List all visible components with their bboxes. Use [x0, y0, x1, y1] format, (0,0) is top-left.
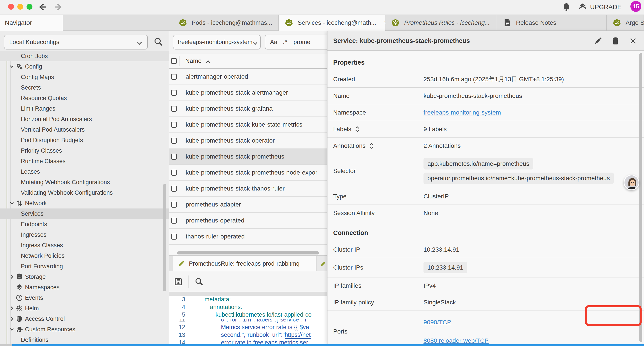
sidebar-item-network-policies[interactable]: Network Policies — [0, 251, 169, 261]
row-checkbox[interactable] — [171, 74, 177, 80]
table-row[interactable]: prometheus-adapter — [169, 197, 327, 213]
sort-updown-icon[interactable] — [355, 126, 360, 132]
edit-pencil-icon[interactable] — [594, 37, 602, 45]
sidebar-item-namespaces[interactable]: Namespaces — [0, 282, 169, 293]
notifications-bell-icon[interactable] — [562, 3, 570, 11]
kubeconfig-select[interactable]: Local Kubeconfigs — [4, 34, 148, 49]
table-row[interactable]: kube-prometheus-stack-prometheus — [169, 149, 327, 165]
table-row[interactable]: kube-prometheus-stack-grafana — [169, 101, 327, 117]
sidebar-item-storage[interactable]: Storage — [0, 272, 169, 282]
forward-arrow-icon[interactable] — [54, 3, 63, 11]
table-row[interactable]: kube-prometheus-stack-alertmanager — [169, 85, 327, 101]
chevron-down-icon[interactable] — [9, 64, 14, 69]
code-link[interactable]: https://net — [285, 332, 311, 339]
sidebar-item-priority-classes[interactable]: Priority Classes — [0, 145, 169, 156]
sidebar-item-custom-resources[interactable]: Custom Resources — [0, 324, 169, 335]
tab-pods-icecheng-mathmas[interactable]: Pods - icecheng@mathmas... — [173, 15, 279, 31]
port-link[interactable]: 9090/TCP — [424, 319, 451, 326]
row-checkbox[interactable] — [171, 90, 177, 96]
delete-trash-icon[interactable] — [612, 37, 620, 45]
port-link[interactable]: 8080:reloader-web/TCP — [424, 337, 488, 344]
chevron-right-icon[interactable] — [9, 274, 14, 280]
editor-tab-prometheusrule[interactable]: PrometheusRule: freeleaps-prod-rabbitmq — [173, 256, 316, 271]
editor-search-icon[interactable] — [195, 277, 204, 286]
detail-header: Service: kube-prometheus-stack-prometheu… — [328, 31, 644, 50]
column-header-name[interactable]: Name — [185, 57, 211, 64]
sidebar-item-cron-jobs[interactable]: Cron Jobs — [0, 51, 169, 61]
close-icon[interactable] — [629, 37, 637, 45]
sidebar-item-horizontal-pod-autoscalers[interactable]: Horizontal Pod Autoscalers — [0, 114, 169, 124]
user-avatar[interactable] — [624, 175, 640, 190]
row-checkbox[interactable] — [171, 106, 177, 112]
sidebar-item-definitions[interactable]: Definitions — [0, 335, 169, 344]
row-checkbox[interactable] — [171, 186, 177, 192]
sidebar-item-limit-ranges[interactable]: Limit Ranges — [0, 103, 169, 114]
save-icon[interactable] — [174, 277, 183, 286]
sidebar-item-access-control[interactable]: Access Control — [0, 314, 169, 324]
sidebar-item-services[interactable]: Services — [0, 209, 169, 219]
table-row[interactable]: thanos-ruler-operated — [169, 229, 327, 245]
close-window-button[interactable] — [8, 4, 14, 10]
sidebar-item-runtime-classes[interactable]: Runtime Classes — [0, 156, 169, 166]
sidebar-item-resource-quotas[interactable]: Resource Quotas — [0, 93, 169, 103]
editor-tab-next[interactable] — [316, 256, 327, 271]
sidebar-item-pod-disruption-budgets[interactable]: Pod Disruption Budgets — [0, 135, 169, 145]
match-case-toggle[interactable]: Aa — [270, 39, 277, 45]
table-horizontal-scrollbar[interactable] — [177, 251, 319, 255]
maximize-window-button[interactable] — [26, 4, 32, 10]
sidebar-item-config-maps[interactable]: Config Maps — [0, 72, 169, 82]
sidebar-item-events[interactable]: Events — [0, 293, 169, 303]
sidebar-item-vertical-pod-autoscalers[interactable]: Vertical Pod Autoscalers — [0, 124, 169, 135]
detail-row-created: Created253d 16h 6m ago (2025年1月13日 GMT+8… — [328, 71, 644, 88]
chevron-right-icon[interactable] — [9, 306, 14, 311]
sidebar-item-network[interactable]: Network — [0, 198, 169, 209]
tab-navigator[interactable]: Navigator — [0, 15, 63, 31]
row-checkbox[interactable] — [171, 202, 177, 208]
table-row[interactable]: kube-prometheus-stack-thanos-ruler — [169, 181, 327, 197]
row-checkbox[interactable] — [171, 122, 177, 128]
tab-services-icecheng-math[interactable]: Services - icecheng@math...× — [279, 15, 385, 31]
table-row[interactable]: prometheus-operated — [169, 213, 327, 229]
sidebar-item-endpoints[interactable]: Endpoints — [0, 219, 169, 230]
table-search-input[interactable]: Aa .* prome — [265, 34, 330, 49]
namespace-filter-select[interactable]: freeleaps-monitoring-system — [173, 34, 260, 49]
table-row[interactable]: kube-prometheus-stack-prometheus-node-ex… — [169, 165, 327, 181]
tab-release-notes[interactable]: Release Notes — [497, 15, 607, 31]
tab-argo-se[interactable]: Argo Se — [607, 15, 644, 31]
row-checkbox[interactable] — [171, 234, 177, 240]
sidebar-item-validating-webhook-configurations[interactable]: Validating Webhook Configurations — [0, 187, 169, 198]
table-row[interactable]: kube-prometheus-stack-kube-state-metrics — [169, 117, 327, 133]
yaml-editor[interactable]: 3metadata:4annotations:5kubectl.kubernet… — [169, 296, 327, 344]
chevron-down-icon[interactable] — [9, 327, 14, 332]
back-arrow-icon[interactable] — [38, 3, 47, 11]
table-row[interactable]: alertmanager-operated — [169, 69, 327, 85]
tab-prometheus-rules-icecheng[interactable]: Prometheus Rules - icecheng... — [385, 15, 497, 31]
sidebar-item-ingress-classes[interactable]: Ingress Classes — [0, 240, 169, 251]
regex-toggle[interactable]: .* — [283, 39, 288, 45]
code-text: metadata: — [204, 296, 231, 303]
sidebar-item-leases[interactable]: Leases — [0, 166, 169, 177]
navigator-tab-label: Navigator — [5, 19, 32, 26]
sidebar-item-mutating-webhook-configurations[interactable]: Mutating Webhook Configurations — [0, 177, 169, 187]
sort-updown-icon[interactable] — [369, 143, 374, 149]
table-row[interactable]: kube-prometheus-stack-operator — [169, 133, 327, 149]
sidebar-scrollbar[interactable] — [163, 184, 166, 291]
minimize-window-button[interactable] — [17, 4, 23, 10]
sidebar-item-helm[interactable]: Helm — [0, 303, 169, 314]
row-checkbox[interactable] — [171, 170, 177, 176]
sidebar-item-config[interactable]: Config — [0, 61, 169, 72]
sidebar-item-port-forwarding[interactable]: Port Forwarding — [0, 261, 169, 272]
upgrade-button[interactable]: UPGRADE — [578, 3, 622, 11]
row-checkbox[interactable] — [171, 218, 177, 224]
namespace-link[interactable]: freeleaps-monitoring-system — [424, 109, 501, 116]
search-icon[interactable] — [154, 37, 163, 46]
row-checkbox[interactable] — [171, 154, 177, 160]
select-all-checkbox[interactable] — [171, 58, 177, 64]
chevron-down-icon[interactable] — [9, 201, 14, 206]
detail-scrollbar[interactable] — [640, 53, 642, 342]
sidebar-item-secrets[interactable]: Secrets — [0, 82, 169, 93]
row-checkbox[interactable] — [171, 138, 177, 144]
sidebar-item-ingresses[interactable]: Ingresses — [0, 230, 169, 240]
notification-count-badge[interactable]: 15 — [630, 1, 641, 12]
chevron-right-icon[interactable] — [9, 316, 14, 322]
